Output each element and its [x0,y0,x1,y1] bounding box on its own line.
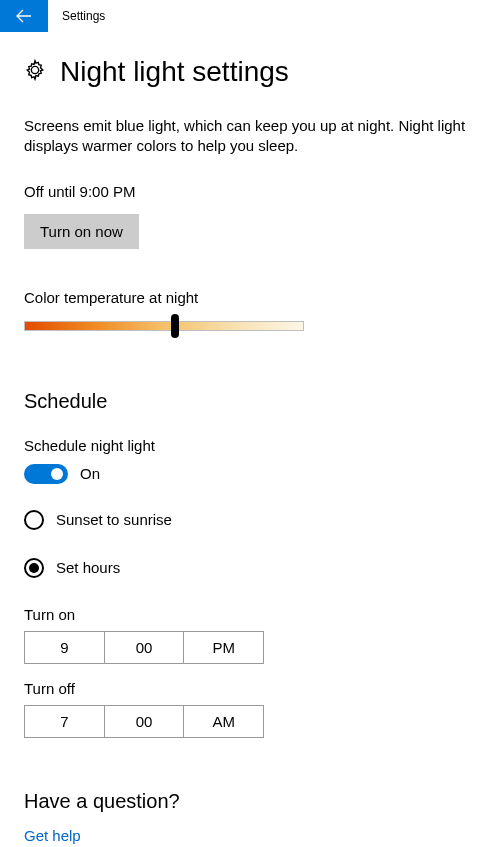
radio-sunset-to-sunrise[interactable]: Sunset to sunrise [24,510,479,530]
turn-off-minute[interactable]: 00 [105,706,185,737]
turn-on-time-picker: 9 00 PM [24,631,264,664]
radio-set-hours-label: Set hours [56,559,120,576]
toggle-knob [51,468,63,480]
slider-gradient [24,321,304,331]
schedule-toggle[interactable] [24,464,68,484]
radio-sunset-label: Sunset to sunrise [56,511,172,528]
turn-on-now-button[interactable]: Turn on now [24,214,139,249]
get-help-link[interactable]: Get help [24,827,81,844]
page-description: Screens emit blue light, which can keep … [24,116,479,157]
slider-thumb[interactable] [171,314,179,338]
back-arrow-icon [16,8,32,24]
schedule-toggle-label: Schedule night light [24,437,479,454]
gear-icon [24,59,46,85]
color-temperature-label: Color temperature at night [24,289,479,306]
turn-off-label: Turn off [24,680,479,697]
radio-circle-selected-icon [24,558,44,578]
app-title: Settings [62,9,105,23]
turn-on-ampm[interactable]: PM [184,632,263,663]
turn-off-time-picker: 7 00 AM [24,705,264,738]
content-area: Night light settings Screens emit blue l… [0,32,503,847]
turn-off-hour[interactable]: 7 [25,706,105,737]
schedule-toggle-row: On [24,464,479,484]
window-header: Settings [0,0,503,32]
schedule-heading: Schedule [24,390,479,413]
turn-off-ampm[interactable]: AM [184,706,263,737]
radio-set-hours[interactable]: Set hours [24,558,479,578]
help-heading: Have a question? [24,790,479,813]
radio-circle-icon [24,510,44,530]
page-title-row: Night light settings [24,56,479,88]
night-light-status: Off until 9:00 PM [24,183,479,200]
back-button[interactable] [0,0,48,32]
page-title: Night light settings [60,56,289,88]
schedule-toggle-state: On [80,465,100,482]
turn-on-hour[interactable]: 9 [25,632,105,663]
color-temperature-slider[interactable] [24,316,304,336]
turn-on-minute[interactable]: 00 [105,632,185,663]
turn-on-label: Turn on [24,606,479,623]
